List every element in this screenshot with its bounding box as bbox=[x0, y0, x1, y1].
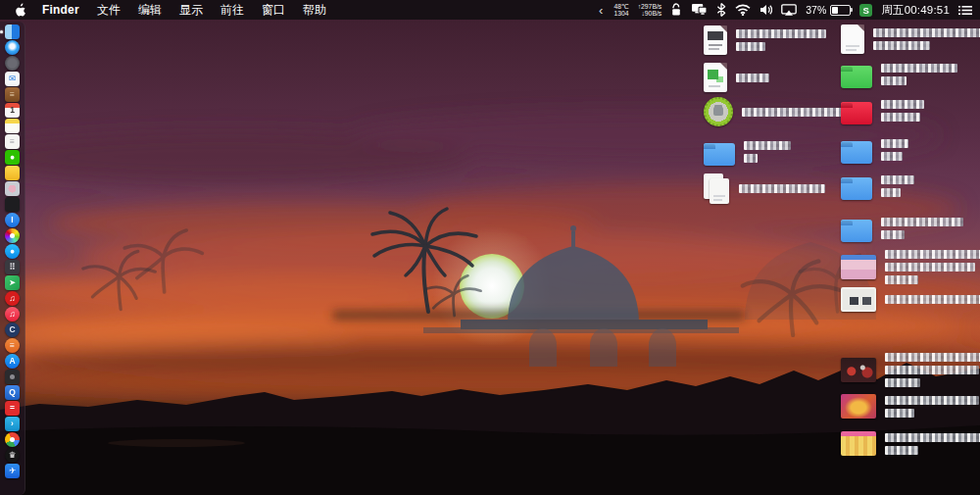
desktop-item-column-right-10-thumb-salmon[interactable] bbox=[841, 431, 980, 456]
dock-icon-dictionary-brown[interactable]: ≡ bbox=[5, 87, 20, 102]
books-orange-glyph: ≡ bbox=[10, 341, 15, 350]
redacted-label-line bbox=[885, 446, 918, 455]
dock-icon-chat-teal[interactable]: › bbox=[5, 417, 20, 431]
dock-icon-app-navy-c[interactable]: C bbox=[5, 322, 20, 337]
launchpad-grid-glyph: ⠿ bbox=[9, 263, 16, 272]
redacted-label-line bbox=[885, 353, 980, 362]
desktop-item-column-right-1-folder-green[interactable] bbox=[841, 61, 957, 88]
menu-bar: Finder 文件编辑显示前往窗口帮助 ‹ 48℃ 1304 ↑297B/s ↓… bbox=[0, 0, 980, 20]
dock-icon-app-store[interactable]: A bbox=[5, 354, 20, 369]
dock-icon-quicktime-dark[interactable] bbox=[5, 197, 20, 212]
redacted-label-line bbox=[881, 152, 903, 161]
desktop-item-column-left-3-folder-blue[interactable] bbox=[704, 138, 791, 166]
redacted-label-line bbox=[736, 74, 769, 82]
displays-menu[interactable] bbox=[691, 3, 708, 17]
bluetooth-icon bbox=[716, 3, 726, 17]
redacted-label-line bbox=[736, 29, 826, 38]
dual-displays-icon bbox=[691, 3, 708, 17]
dock-icon-app-blue-plane[interactable]: ✈ bbox=[5, 464, 20, 478]
dock-icon-textedit[interactable]: ≡ bbox=[5, 134, 20, 149]
dock-icon-launchpad-grid[interactable]: ⠿ bbox=[5, 260, 20, 274]
redacted-label-line bbox=[885, 275, 918, 284]
desktop-item-column-right-7-thumb-white[interactable] bbox=[841, 287, 980, 312]
dock-icon-qq-chat-blue[interactable]: ● bbox=[5, 244, 20, 259]
desktop-item-column-right-5-folder-blue[interactable] bbox=[841, 215, 963, 242]
dock-icon-search-person-blue[interactable]: Q bbox=[5, 385, 20, 400]
redacted-label bbox=[739, 184, 825, 193]
dock-icon-remote-green[interactable]: ➤ bbox=[5, 275, 20, 290]
podcast-blue-mic-glyph: I bbox=[11, 216, 13, 224]
desktop-item-column-left-0-doc-image[interactable] bbox=[704, 25, 826, 55]
menu-item-2[interactable]: 显示 bbox=[171, 2, 212, 19]
input-method-menu[interactable]: S bbox=[859, 4, 872, 17]
active-app-name[interactable]: Finder bbox=[42, 3, 79, 17]
dock-icon-calendar[interactable]: 1 bbox=[5, 103, 20, 118]
menu-item-1[interactable]: 编辑 bbox=[129, 2, 171, 19]
dock-icon-books-orange[interactable]: ≡ bbox=[5, 338, 20, 353]
temperature-sub: 1304 bbox=[614, 10, 629, 17]
dock-icon-mail[interactable]: ✉ bbox=[5, 72, 20, 86]
desktop-item-column-left-2-apk[interactable] bbox=[704, 97, 858, 126]
dock-icon-finder[interactable] bbox=[5, 25, 20, 39]
desktop-wallpaper bbox=[0, 0, 980, 495]
bluetooth-menu[interactable] bbox=[716, 3, 726, 17]
thumb-salmon-icon bbox=[841, 431, 876, 456]
desktop-item-column-right-4-folder-blue[interactable] bbox=[841, 173, 914, 200]
dock-icon-podcast-blue-mic[interactable]: I bbox=[5, 213, 20, 227]
desktop-item-column-right-0-doc-plain[interactable] bbox=[841, 25, 980, 54]
redacted-label-line bbox=[885, 433, 980, 442]
redacted-label-line bbox=[881, 175, 914, 184]
dock-icon-camera-dark[interactable] bbox=[5, 370, 20, 384]
redacted-label-line bbox=[739, 184, 825, 193]
dock-icon-safari[interactable] bbox=[5, 40, 20, 55]
battery-menu[interactable]: 37% bbox=[806, 4, 851, 16]
network-speed-readout[interactable]: ↑297B/s ↓90B/s bbox=[638, 3, 662, 17]
redacted-label bbox=[881, 218, 963, 239]
dock-icon-notes[interactable] bbox=[5, 119, 20, 133]
desktop-item-column-right-8-thumb-dark[interactable] bbox=[841, 353, 980, 387]
dictionary-brown-glyph: ≡ bbox=[10, 90, 15, 99]
dock-icon-app-red-badge[interactable]: = bbox=[5, 401, 20, 416]
redacted-label-line bbox=[881, 139, 908, 148]
dock-icon-app-dark-globe[interactable] bbox=[5, 56, 20, 71]
battery-icon bbox=[830, 5, 851, 16]
redacted-label-line bbox=[885, 378, 920, 387]
calendar-glyph: 1 bbox=[10, 106, 15, 115]
textedit-glyph: ≡ bbox=[10, 137, 15, 146]
redacted-label-line bbox=[873, 41, 930, 50]
desktop-item-column-right-3-folder-blue[interactable] bbox=[841, 136, 908, 164]
temperature-readout[interactable]: 48℃ 1304 bbox=[613, 3, 628, 17]
dock-icon-wechat[interactable]: ● bbox=[5, 150, 20, 165]
menu-item-3[interactable]: 前往 bbox=[212, 2, 253, 19]
menu-bar-left: Finder 文件编辑显示前往窗口帮助 bbox=[8, 2, 335, 19]
notification-center-menu[interactable] bbox=[958, 5, 972, 16]
screen-mirroring-menu[interactable] bbox=[781, 4, 797, 16]
menu-bar-clock[interactable]: 周五00:49:51 bbox=[881, 3, 950, 18]
redacted-label-line bbox=[885, 250, 980, 259]
desktop-item-column-right-2-folder-red[interactable] bbox=[841, 97, 924, 124]
dock-icon-app-yellow[interactable] bbox=[5, 166, 20, 180]
search-person-blue-glyph: Q bbox=[9, 388, 16, 397]
dock-icon-chrome[interactable] bbox=[5, 432, 20, 447]
wifi-menu[interactable] bbox=[735, 4, 751, 16]
dock-icon-photos-gray[interactable] bbox=[5, 181, 20, 196]
dock-icon-music-pink[interactable]: ♫ bbox=[5, 307, 20, 322]
dock-icon-photos-colorwheel[interactable] bbox=[5, 228, 20, 243]
chrome-center-dot bbox=[10, 437, 15, 442]
redacted-label-line bbox=[881, 218, 963, 226]
menu-item-0[interactable]: 文件 bbox=[88, 2, 129, 19]
volume-menu[interactable] bbox=[760, 4, 772, 16]
battery-fill bbox=[832, 7, 838, 14]
desktop-item-column-left-1-doc-green[interactable] bbox=[704, 63, 769, 92]
lock-menu[interactable] bbox=[670, 3, 682, 17]
dock-icon-app-black-crown[interactable]: ♛ bbox=[5, 448, 20, 463]
apple-menu[interactable] bbox=[8, 3, 33, 17]
desktop-item-column-right-6-thumb-pink[interactable] bbox=[841, 250, 980, 284]
thumb-pink-icon bbox=[841, 255, 876, 279]
desktop-item-column-right-9-thumb-orange[interactable] bbox=[841, 394, 979, 419]
menu-item-4[interactable]: 窗口 bbox=[253, 2, 294, 19]
menu-item-5[interactable]: 帮助 bbox=[294, 2, 335, 19]
desktop-item-column-left-4-doc-stack[interactable] bbox=[704, 173, 825, 204]
dock-icon-netease-music-red[interactable]: ♫ bbox=[5, 291, 20, 306]
collapse-chevron-icon[interactable]: ‹ bbox=[597, 3, 605, 18]
